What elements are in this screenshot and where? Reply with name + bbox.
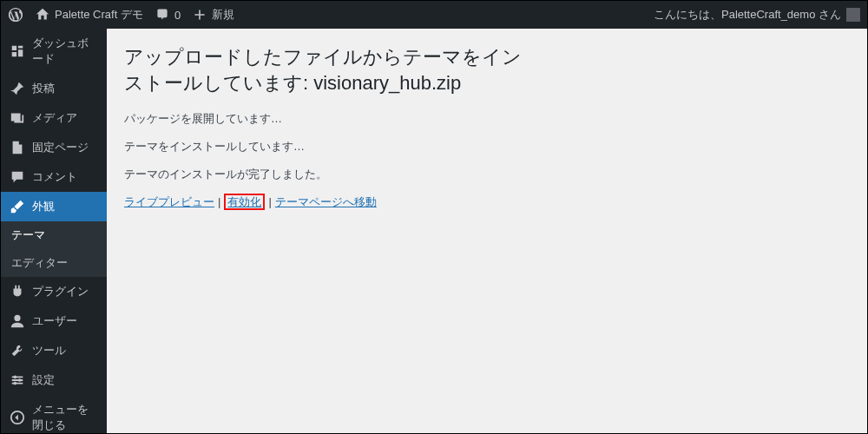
comments-link[interactable]: 0	[155, 8, 181, 22]
status-unpacking: パッケージを展開しています…	[124, 111, 850, 127]
plus-icon	[193, 8, 207, 22]
plugin-icon	[10, 284, 25, 299]
sidebar-item-posts[interactable]: 投稿	[1, 74, 107, 103]
site-link[interactable]: Palette Craft デモ	[36, 7, 143, 23]
link-live-preview[interactable]: ライブプレビュー	[124, 195, 214, 208]
svg-point-0	[14, 315, 20, 321]
settings-icon	[10, 372, 25, 388]
home-icon	[36, 8, 49, 22]
avatar	[846, 8, 860, 22]
link-themes-page[interactable]: テーマページへ移動	[275, 195, 377, 208]
sidebar-item-plugins[interactable]: プラグイン	[1, 277, 107, 306]
action-links: ライブプレビュー|有効化|テーマページへ移動	[124, 194, 850, 210]
collapse-icon	[10, 410, 25, 425]
media-icon	[10, 110, 25, 126]
sidebar-item-media[interactable]: メディア	[1, 103, 107, 133]
svg-point-2	[18, 378, 22, 382]
link-activate[interactable]: 有効化	[224, 194, 265, 210]
status-installing: テーマをインストールしています…	[124, 139, 850, 155]
submenu-item-themes[interactable]: テーマ	[1, 221, 107, 249]
page-icon	[10, 140, 25, 155]
dashboard-icon	[10, 43, 25, 59]
comment-icon	[10, 169, 25, 185]
greeting[interactable]: こんにちは、PaletteCraft_demo さん	[654, 7, 860, 23]
sidebar-item-appearance[interactable]: 外観	[1, 192, 107, 221]
sidebar-item-users[interactable]: ユーザー	[1, 306, 107, 336]
pin-icon	[10, 81, 25, 96]
site-name: Palette Craft デモ	[55, 7, 143, 23]
sidebar-item-dashboard[interactable]: ダッシュボード	[1, 29, 107, 74]
submenu-item-editor[interactable]: エディター	[1, 249, 107, 277]
status-complete: テーマのインストールが完了しました。	[124, 167, 850, 182]
page-title: アップロードしたファイルからテーマをインストールしています: visionary…	[124, 44, 541, 95]
admin-sidebar: ダッシュボード 投稿 メディア 固定ページ コメント 外観 テーマ エディター …	[1, 29, 107, 433]
tools-icon	[10, 343, 25, 358]
new-link[interactable]: 新規	[193, 7, 234, 23]
sidebar-item-settings[interactable]: 設定	[1, 365, 107, 395]
svg-point-3	[14, 382, 17, 385]
submenu-appearance: テーマ エディター	[1, 221, 107, 277]
comment-icon	[155, 8, 169, 22]
sidebar-item-tools[interactable]: ツール	[1, 336, 107, 365]
main-content: アップロードしたファイルからテーマをインストールしています: visionary…	[107, 29, 867, 433]
user-icon	[10, 313, 25, 329]
sidebar-item-comments[interactable]: コメント	[1, 162, 107, 192]
comments-count: 0	[174, 9, 181, 22]
wp-logo[interactable]	[8, 7, 23, 23]
svg-point-1	[14, 376, 17, 379]
new-label: 新規	[212, 7, 234, 23]
sidebar-item-pages[interactable]: 固定ページ	[1, 133, 107, 162]
admin-toolbar: Palette Craft デモ 0 新規 こんにちは、PaletteCraft…	[1, 1, 867, 29]
sidebar-collapse[interactable]: メニューを閉じる	[1, 395, 107, 434]
brush-icon	[10, 199, 25, 214]
